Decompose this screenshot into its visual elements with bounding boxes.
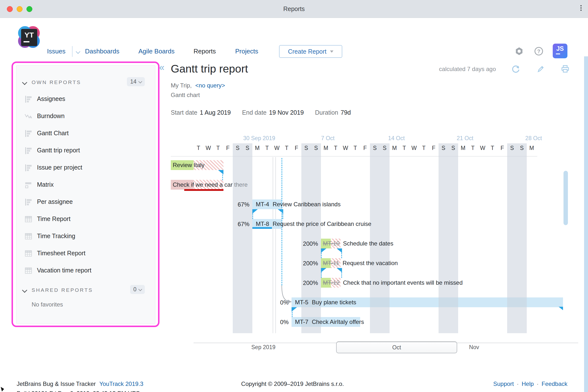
gantt-day-letter: S — [507, 145, 517, 152]
gantt-task-bar[interactable]: Review Italy — [171, 160, 224, 170]
summary-connector — [252, 209, 283, 219]
connector-corner-icon — [321, 248, 326, 253]
shared-reports-count-badge[interactable]: 0 — [130, 285, 145, 294]
gantt-day-letter: F — [497, 145, 507, 152]
own-reports-count-badge[interactable]: 14 — [127, 77, 145, 86]
bar-report-icon — [24, 146, 33, 156]
gantt-task-text: MT-4Review Caribbean islands — [256, 200, 340, 209]
sidebar-item-gantt-trip-report[interactable]: Gantt trip report — [16, 142, 155, 159]
collapse-sidebar-icon[interactable]: « — [159, 63, 164, 72]
footer-link-separator: · — [517, 380, 519, 387]
shared-reports-collapse-chevron-icon[interactable] — [22, 288, 27, 293]
task-id[interactable]: MT-8 — [256, 220, 269, 227]
gantt-task-text: MT-10Schedule the dates — [323, 239, 394, 248]
page-scrollbar-track[interactable] — [584, 56, 588, 392]
sidebar-item-time-report[interactable]: Time Report — [16, 211, 155, 228]
gantt-scrollbar-thumb[interactable] — [564, 171, 568, 225]
sidebar-item-label: Issue per project — [37, 164, 82, 171]
window-title: Reports — [0, 6, 588, 12]
gantt-day-letter: T — [488, 145, 497, 152]
help-icon[interactable]: ? — [534, 46, 544, 57]
gantt-day-letter: T — [282, 145, 292, 152]
issues-dropdown-chevron-icon[interactable] — [76, 49, 80, 54]
gantt-task-text: MT-8Request the price of Caribbean cruis… — [256, 219, 372, 229]
own-reports-collapse-chevron-icon[interactable] — [22, 80, 27, 85]
report-meta-item: End date19 Nov 2019 — [242, 109, 304, 116]
meta-value: 79d — [340, 109, 351, 116]
nav-item-reports[interactable]: Reports — [194, 48, 216, 55]
meta-value: 19 Nov 2019 — [269, 109, 304, 116]
task-id[interactable]: MT-5 — [295, 299, 308, 306]
gantt-day-letter: T — [262, 145, 272, 152]
sidebar-item-time-tracking[interactable]: Time Tracking — [16, 228, 155, 245]
task-id[interactable]: MT-4 — [256, 201, 269, 208]
shared-reports-header[interactable]: SHARED REPORTS — [32, 287, 93, 293]
footer-links: Support·Help·Feedback — [493, 380, 568, 387]
sidebar-item-per-assignee[interactable]: Per assignee — [16, 194, 155, 210]
footer-link-help[interactable]: Help — [522, 380, 534, 387]
weekend-band — [233, 143, 252, 333]
user-avatar[interactable]: JS — [553, 44, 568, 58]
gantt-day-letter: S — [438, 145, 448, 152]
gantt-week-label: 21 Oct — [457, 135, 473, 142]
task-progress-label: 200% — [286, 280, 318, 286]
nav-item-dashboards[interactable]: Dashboards — [85, 48, 119, 55]
sidebar-item-label: Per assignee — [37, 198, 73, 205]
settings-gear-icon[interactable] — [514, 46, 524, 57]
cursor-artifact — [1, 387, 5, 392]
sidebar-item-assignees[interactable]: Assignees — [16, 91, 155, 108]
nav-item-agile-boards[interactable]: Agile Boards — [138, 48, 174, 55]
nav-item-projects[interactable]: Projects — [235, 48, 258, 55]
task-id[interactable]: MT-10 — [323, 240, 340, 247]
browser-menu-icon[interactable] — [580, 5, 582, 11]
print-report-icon[interactable] — [560, 64, 570, 74]
mini-timeline-range-selector[interactable]: Oct — [336, 342, 457, 353]
sidebar-item-timesheet-report[interactable]: Timesheet Report — [16, 245, 155, 262]
task-id[interactable]: MT-11 — [323, 260, 339, 266]
edit-report-icon[interactable] — [536, 64, 545, 74]
table-icon — [24, 266, 33, 276]
refresh-report-icon[interactable] — [511, 64, 520, 74]
own-reports-header[interactable]: OWN REPORTS — [32, 80, 81, 85]
report-query-link[interactable]: <no query> — [195, 82, 225, 89]
task-summary: Review Italy — [173, 160, 204, 170]
sidebar-item-vacation-time-report[interactable]: Vacation time report — [16, 262, 155, 279]
issues-dropdown-divider — [72, 46, 72, 57]
youtrack-logo[interactable]: YT — [14, 22, 44, 52]
footer-link-support[interactable]: Support — [493, 380, 514, 387]
sidebar-item-label: Time Report — [37, 215, 70, 222]
footer-link-feedback[interactable]: Feedback — [542, 380, 568, 387]
nav-item-issues[interactable]: Issues — [47, 48, 66, 55]
gantt-day-letter: W — [340, 145, 350, 152]
mini-timeline-label-before[interactable]: Sep 2019 — [251, 344, 276, 350]
calculated-timestamp: calculated 7 days ago — [439, 66, 496, 72]
footer-copyright: Copyright © 2009–2019 JetBrains s.r.o. — [241, 380, 344, 387]
report-project: My Trip, — [171, 82, 192, 89]
gantt-chart: 30 Sep 20197 Oct14 Oct21 Oct28 OctTWTFSS… — [171, 134, 566, 338]
mini-timeline-label-after[interactable]: Nov — [469, 344, 479, 350]
connector-corner-icon — [252, 209, 258, 214]
gantt-day-letter: T — [213, 145, 223, 152]
sidebar-item-label: Matrix — [37, 181, 54, 188]
sidebar-item-burndown[interactable]: Burndown — [16, 108, 155, 125]
gantt-task-text: MT-12Check that no important events will… — [323, 278, 462, 288]
task-progress-label: 200% — [286, 240, 318, 247]
sidebar-item-gantt-chart[interactable]: Gantt Chart — [16, 125, 155, 142]
gantt-day-letter: W — [203, 145, 213, 152]
sidebar-item-label: Gantt trip report — [37, 147, 80, 154]
sidebar-item-issue-per-project[interactable]: Issue per project — [16, 160, 155, 176]
report-meta-item: Start date1 Aug 2019 — [171, 109, 231, 116]
gantt-day-letter: M — [527, 145, 536, 152]
gantt-day-letter: S — [233, 145, 242, 152]
gantt-day-letter: W — [409, 145, 419, 152]
gantt-task-bar[interactable]: Check if we need a car there — [171, 180, 224, 190]
sidebar-item-matrix[interactable]: Matrix — [16, 177, 155, 193]
sidebar-item-label: Vacation time report — [37, 267, 92, 274]
footer-version-link[interactable]: YouTrack 2019.3 — [99, 380, 143, 387]
create-report-button[interactable]: Create Report — [279, 45, 342, 58]
gantt-task-text: MT-11Request the vacation — [323, 258, 398, 268]
task-id[interactable]: MT-12 — [323, 279, 340, 286]
task-summary: Check that no important events will be m… — [343, 279, 462, 286]
task-id[interactable]: MT-7 — [295, 318, 308, 325]
task-summary: Schedule the dates — [343, 240, 394, 247]
